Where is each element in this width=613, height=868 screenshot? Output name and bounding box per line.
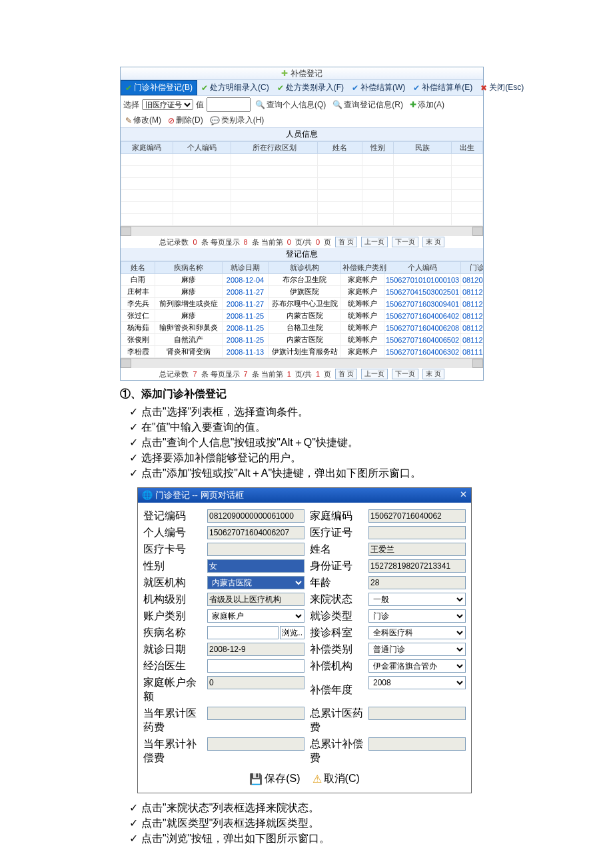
dialog-title: 门诊登记 -- 网页对话框	[155, 490, 244, 500]
modify-button[interactable]: ✎修改(M)	[123, 115, 163, 126]
lbl: 家庭帐户余额	[143, 676, 202, 704]
org-level-field[interactable]	[207, 593, 305, 606]
lbl: 来院状态	[310, 593, 363, 607]
table-row[interactable]	[121, 190, 483, 202]
select-field[interactable]: 旧医疗证号	[142, 99, 193, 110]
lbl: 补偿机构	[310, 659, 363, 673]
section-title-reg: 登记信息	[121, 248, 483, 261]
year-med-field[interactable]	[207, 707, 305, 720]
table-row[interactable]: 李先兵前列腺增生或炎症2008-11-27苏布尔嘎中心卫生院统筹帐户150627…	[121, 298, 484, 310]
age-field[interactable]	[368, 576, 466, 589]
lbl: 医疗卡号	[143, 543, 202, 557]
arrow-right-icon[interactable]	[472, 227, 483, 236]
table-row[interactable]: 张过仁麻疹2008-11-25内蒙古医院统筹帐户1506270716040064…	[121, 310, 484, 322]
total-med-field[interactable]	[368, 707, 466, 720]
search-icon: 🔍	[255, 100, 265, 109]
lbl: 性别	[143, 559, 202, 573]
table-row[interactable]	[121, 166, 483, 178]
reg-code-field[interactable]	[207, 509, 305, 523]
idno-field[interactable]	[368, 559, 466, 573]
value-label: 值	[196, 99, 204, 111]
first-page-button[interactable]: 首 页	[335, 237, 357, 247]
med-card-field[interactable]	[207, 543, 305, 556]
status-select[interactable]: 一般	[368, 593, 466, 606]
next-page-button[interactable]: 下一页	[392, 237, 418, 247]
step: 点击"就医类型"列表框选择就医类型。	[129, 817, 493, 831]
table-row[interactable]: 白雨麻疹2008-12-04布尔台卫生院家庭帐户1506270101010001…	[121, 274, 484, 286]
last-page-button[interactable]: 末 页	[422, 369, 444, 379]
account-select[interactable]: 家庭帐户	[207, 609, 305, 623]
browse-button[interactable]	[280, 626, 305, 639]
name-field[interactable]	[368, 543, 466, 556]
table-row[interactable]: 李粉霞肾炎和肾变病2008-11-13伊旗计划生育服务站家庭帐户15062707…	[121, 346, 484, 358]
col: 门诊	[461, 262, 484, 274]
step: 点击"查询个人信息"按钮或按"Alt＋Q"快捷键。	[129, 436, 493, 450]
first-page-button[interactable]: 首 页	[335, 369, 357, 379]
arrow-left-icon[interactable]	[121, 227, 131, 236]
step: 选择要添加补偿能够登记的用户。	[129, 451, 493, 465]
disease-field[interactable]	[207, 626, 279, 639]
person-no-field[interactable]	[207, 526, 305, 539]
lbl: 家庭编码	[310, 509, 363, 523]
tab-outpatient-reg[interactable]: ✔门诊补偿登记(B)	[121, 80, 197, 95]
table-row[interactable]: 杨海茹输卵管炎和卵巢炎2008-11-25台格卫生院统筹帐户1506270716…	[121, 322, 484, 334]
year-comp-field[interactable]	[207, 737, 305, 751]
comp-org-select[interactable]: 伊金霍洛旗合管办	[368, 659, 466, 673]
table-row[interactable]	[121, 178, 483, 190]
table-row[interactable]: 庄树丰麻疹2008-11-27伊旗医院家庭帐户15062704150300250…	[121, 286, 484, 298]
arrow-left-icon[interactable]	[121, 359, 131, 368]
scrollbar-h[interactable]	[121, 226, 483, 236]
lbl: 登记编码	[143, 509, 202, 523]
query-person-button[interactable]: 🔍查询个人信息(Q)	[253, 99, 328, 111]
next-page-button[interactable]: 下一页	[392, 369, 418, 379]
query-reg-button[interactable]: 🔍查询登记信息(R)	[330, 99, 405, 111]
value-input[interactable]	[207, 97, 251, 112]
lbl: 总累计补偿费	[310, 737, 363, 765]
lbl: 经治医生	[143, 659, 202, 673]
family-code-field[interactable]	[368, 509, 466, 523]
prev-page-button[interactable]: 上一页	[361, 237, 388, 247]
last-page-button[interactable]: 末 页	[422, 237, 444, 247]
select-label: 选择	[123, 99, 139, 111]
lbl: 补偿年度	[310, 676, 363, 704]
tab-settle[interactable]: ✔补偿结算(W)	[348, 80, 409, 95]
lbl: 个人编号	[143, 526, 202, 540]
close-icon[interactable]: ✕	[460, 489, 467, 501]
tab-rx-class[interactable]: ✔处方类别录入(F)	[273, 80, 348, 95]
comp-type-select[interactable]: 普通门诊	[368, 643, 466, 656]
delete-button[interactable]: ⊘删除(D)	[166, 115, 205, 126]
col: 疾病名称	[155, 262, 223, 274]
tab-rx-detail[interactable]: ✔处方明细录入(C)	[197, 80, 273, 95]
gender-field[interactable]	[207, 559, 305, 573]
app-icon: ✚	[281, 69, 288, 78]
visit-type-select[interactable]: 门诊	[368, 609, 466, 623]
scrollbar-h[interactable]	[121, 358, 483, 368]
lbl: 疾病名称	[143, 626, 202, 640]
class-button[interactable]: 💬类别录入(H)	[208, 115, 267, 126]
lbl: 总累计医药费	[310, 707, 363, 735]
add-button[interactable]: ✚添加(A)	[408, 99, 446, 111]
col: 个人编码	[173, 142, 231, 154]
save-button[interactable]: 💾保存(S)	[249, 772, 300, 786]
balance-field[interactable]	[207, 676, 305, 689]
table-row[interactable]	[121, 214, 483, 226]
table-row[interactable]	[121, 154, 483, 166]
table-row[interactable]	[121, 202, 483, 214]
reg-pager: 总记录数7 条 每页显示7 条 当前第1 页/共1 页 首 页 上一页 下一页 …	[121, 368, 483, 380]
year-select[interactable]: 2008	[368, 676, 466, 689]
hospital-select[interactable]: 内蒙古医院	[207, 576, 305, 589]
lbl: 当年累计补偿费	[143, 737, 202, 765]
arrow-right-icon[interactable]	[472, 359, 483, 368]
total-comp-field[interactable]	[368, 737, 466, 751]
cancel-button[interactable]: ⚠取消(C)	[312, 772, 360, 786]
med-cert-field[interactable]	[368, 526, 466, 539]
prev-page-button[interactable]: 上一页	[361, 369, 388, 379]
doctor-field[interactable]	[207, 659, 305, 673]
tab-settle-sheet[interactable]: ✔补偿结算单(E)	[409, 80, 476, 95]
visit-date-field[interactable]	[207, 643, 305, 656]
table-row[interactable]: 张俊刚自然流产2008-11-25内蒙古医院统筹帐户15062707160400…	[121, 334, 484, 346]
tab-close[interactable]: ✖关闭(Esc)	[476, 80, 528, 95]
dept-select[interactable]: 全科医疗科	[368, 626, 466, 639]
lbl: 身份证号	[310, 559, 363, 573]
lbl: 账户类别	[143, 609, 202, 623]
